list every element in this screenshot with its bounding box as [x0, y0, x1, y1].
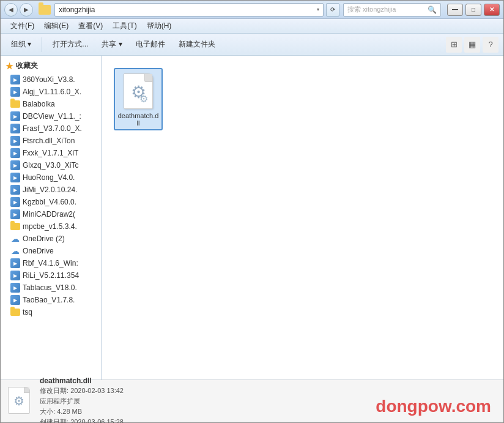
- sidebar-header: ★ 收藏夹: [1, 58, 101, 73]
- item-icon-12: [10, 222, 20, 231]
- sidebar-item-18[interactable]: ▶ TaoBao_V1.7.8.: [1, 294, 101, 306]
- menu-bar: 文件(F) 编辑(E) 查看(V) 工具(T) 帮助(H): [1, 19, 503, 34]
- sidebar-item-label-6: Fxxk_V1.7.1_XiT: [23, 149, 78, 157]
- sidebar-item-label-1: Algj_V1.11.6.0_X.: [23, 88, 81, 96]
- sidebar-item-5[interactable]: ▶ Ftsrch.dll_XiTon: [1, 135, 101, 147]
- item-icon-10: ▶: [10, 198, 20, 206]
- item-icon-2: [10, 100, 20, 108]
- favorites-label: 收藏夹: [16, 61, 38, 71]
- sidebar-item-label-19: tsq: [23, 308, 32, 316]
- sidebar-item-label-7: Glxzq_V3.0_XiTc: [23, 161, 78, 170]
- sidebar-item-6[interactable]: ▶ Fxxk_V1.7.1_XiT: [1, 147, 101, 159]
- window-controls: — □ ✕: [447, 4, 500, 16]
- toolbar-separator-1: [42, 37, 42, 52]
- back-button[interactable]: ◀: [4, 3, 18, 17]
- main-area: ★ 收藏夹 ▶ 360YouXi_V3.8. ▶ Algj_V1.11.6.0_…: [1, 56, 503, 380]
- sidebar-item-label-0: 360YouXi_V3.8.: [23, 75, 75, 84]
- view-columns-button[interactable]: ▦: [464, 37, 480, 53]
- dll-page-icon: ⚙ ⚙: [124, 73, 153, 109]
- item-icon-16: ▶: [10, 271, 20, 280]
- sidebar-item-label-9: JiMi_V2.0.10.24.: [23, 185, 77, 194]
- close-button[interactable]: ✕: [484, 4, 500, 16]
- item-icon-5: ▶: [10, 137, 20, 145]
- item-icon-9: ▶: [10, 185, 20, 194]
- title-bar: ◀ ▶ xitongzhijia ▾ ⟳ 搜索 xitongzhijia 🔍 —…: [1, 1, 503, 19]
- maximize-button[interactable]: □: [465, 4, 481, 16]
- forward-button[interactable]: ▶: [20, 3, 33, 17]
- file-area: ⚙ ⚙ deathmatch.dll: [102, 56, 503, 380]
- menu-tools[interactable]: 工具(T): [108, 20, 141, 32]
- search-bar[interactable]: 搜索 xitongzhijia 🔍: [343, 3, 441, 17]
- file-item-deathmatch[interactable]: ⚙ ⚙ deathmatch.dll: [114, 68, 163, 130]
- folder-icon: [39, 5, 51, 15]
- address-bar[interactable]: xitongzhijia ▾: [54, 3, 324, 17]
- address-dropdown-icon: ▾: [317, 7, 319, 12]
- item-icon-6: ▶: [10, 149, 20, 157]
- item-icon-15: ▶: [10, 259, 20, 268]
- item-icon-7: ▶: [10, 161, 20, 170]
- status-file-icon: ⚙: [8, 387, 32, 416]
- toolbar-right: ⊞ ▦ ?: [446, 37, 498, 53]
- address-text: xitongzhijia: [59, 6, 317, 14]
- sidebar-item-label-13: OneDrive (2): [23, 234, 65, 243]
- dll-file-icon: ⚙ ⚙: [121, 72, 155, 111]
- menu-view[interactable]: 查看(V): [73, 20, 108, 32]
- sidebar-item-3[interactable]: ▶ DBCView_V1.1._:: [1, 110, 101, 122]
- organize-button[interactable]: 组织 ▾: [6, 36, 37, 53]
- file-label: deathmatch.dll: [117, 112, 159, 127]
- search-placeholder-text: 搜索 xitongzhijia: [347, 5, 428, 14]
- item-icon-4: ▶: [10, 124, 20, 133]
- status-modify-date: 修改日期: 2020-02-03 13:42: [40, 386, 496, 395]
- help-button[interactable]: ?: [483, 37, 498, 53]
- item-icon-1: ▶: [10, 88, 20, 96]
- sidebar-item-15[interactable]: ▶ Rbf_V4.1.6_Win:: [1, 257, 101, 269]
- view-toggle-button[interactable]: ⊞: [446, 37, 462, 53]
- sidebar-item-label-3: DBCView_V1.1._:: [23, 112, 81, 121]
- sidebar-item-16[interactable]: ▶ RiLi_V5.2.11.354: [1, 269, 101, 282]
- sidebar-item-label-14: OneDrive: [23, 247, 54, 255]
- minimize-button[interactable]: —: [447, 4, 463, 16]
- sidebar-item-label-12: mpcbe_v1.5.3.4.: [23, 222, 77, 231]
- new-folder-button[interactable]: 新建文件夹: [173, 36, 221, 53]
- share-button[interactable]: 共享 ▾: [96, 36, 127, 53]
- sidebar-item-12[interactable]: mpcbe_v1.5.3.4.: [1, 220, 101, 233]
- sidebar-item-10[interactable]: ▶ Kgzbbl_V4.60.0.: [1, 196, 101, 208]
- open-with-button[interactable]: 打开方式...: [47, 36, 94, 53]
- refresh-button[interactable]: ⟳: [326, 3, 339, 17]
- sidebar-item-11[interactable]: ▶ MiniCADDraw2(: [1, 208, 101, 220]
- sidebar-item-8[interactable]: ▶ HuoRong_V4.0.: [1, 171, 101, 184]
- sidebar-item-label-18: TaoBao_V1.7.8.: [23, 296, 75, 304]
- sidebar: ★ 收藏夹 ▶ 360YouXi_V3.8. ▶ Algj_V1.11.6.0_…: [1, 56, 102, 380]
- sidebar-item-14[interactable]: ☁ OneDrive: [1, 245, 101, 257]
- status-create-date: 创建日期: 2020-03-06 15:28: [40, 417, 496, 424]
- sidebar-item-label-11: MiniCADDraw2(: [23, 210, 75, 219]
- sidebar-item-17[interactable]: ▶ Tablacus_V18.0.: [1, 282, 101, 294]
- sidebar-item-7[interactable]: ▶ Glxzq_V3.0_XiTc: [1, 159, 101, 171]
- sidebar-item-1[interactable]: ▶ Algj_V1.11.6.0_X.: [1, 86, 101, 98]
- item-icon-18: ▶: [10, 296, 20, 304]
- sidebar-item-label-5: Ftsrch.dll_XiTon: [23, 137, 75, 145]
- favorites-icon: ★: [6, 61, 13, 71]
- status-gear-icon: ⚙: [13, 394, 24, 408]
- item-icon-14: ☁: [10, 247, 20, 255]
- sidebar-item-19[interactable]: tsq: [1, 306, 101, 318]
- menu-file[interactable]: 文件(F): [6, 20, 39, 32]
- search-icon: 🔍: [428, 6, 437, 14]
- sidebar-item-4[interactable]: ▶ Frasf_V3.7.0.0_X.: [1, 122, 101, 135]
- gear-small-icon: ⚙: [139, 93, 148, 105]
- sidebar-item-13[interactable]: ☁ OneDrive (2): [1, 233, 101, 245]
- status-dll-page: ⚙: [8, 387, 30, 414]
- sidebar-item-0[interactable]: ▶ 360YouXi_V3.8.: [1, 73, 101, 86]
- item-icon-3: ▶: [10, 112, 20, 121]
- email-button[interactable]: 电子邮件: [130, 36, 171, 53]
- status-bar: ⚙ deathmatch.dll 修改日期: 2020-02-03 13:42 …: [1, 380, 503, 422]
- sidebar-item-label-4: Frasf_V3.7.0.0_X.: [23, 124, 82, 133]
- sidebar-item-2[interactable]: Balabolka: [1, 98, 101, 110]
- sidebar-item-label-2: Balabolka: [23, 100, 55, 108]
- item-icon-13: ☁: [10, 234, 20, 243]
- status-filename: deathmatch.dll: [40, 376, 496, 385]
- sidebar-item-9[interactable]: ▶ JiMi_V2.0.10.24.: [1, 184, 101, 196]
- item-icon-17: ▶: [10, 283, 20, 292]
- menu-help[interactable]: 帮助(H): [142, 20, 177, 32]
- menu-edit[interactable]: 编辑(E): [39, 20, 73, 32]
